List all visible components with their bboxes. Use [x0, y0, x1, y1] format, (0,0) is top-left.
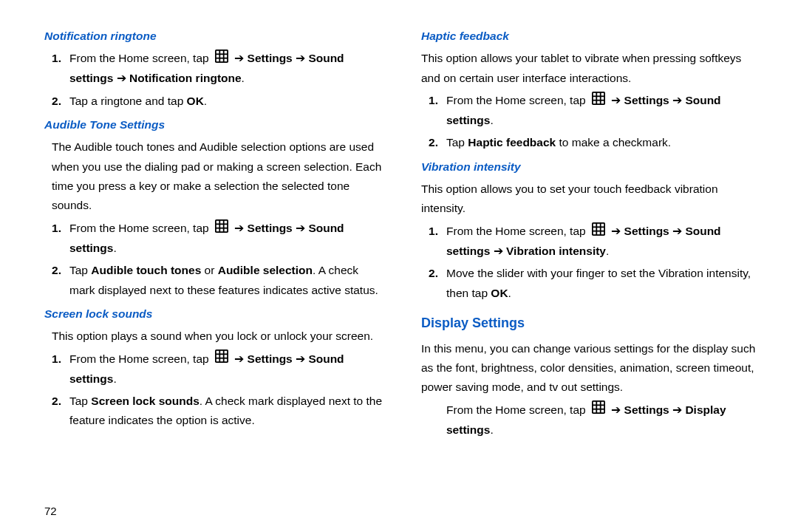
heading-screen-lock: Screen lock sounds — [44, 304, 384, 324]
page-number: 72 — [44, 505, 57, 517]
step: From the Home screen, tap ➔ Settings ➔ S… — [52, 49, 384, 88]
intro-vibration: This option allows you to set your touch… — [421, 180, 761, 219]
left-column: Notification ringtone From the Home scre… — [44, 22, 384, 517]
steps-haptic: From the Home screen, tap ➔ Settings ➔ S… — [429, 91, 761, 153]
intro-display: In this menu, you can change various set… — [421, 339, 761, 398]
apps-grid-icon — [215, 219, 228, 239]
step-display: From the Home screen, tap ➔ Settings ➔ D… — [446, 400, 761, 440]
step: Move the slider with your finger to set … — [429, 264, 761, 303]
step: Tap Haptic feedback to make a checkmark. — [429, 133, 761, 152]
step: From the Home screen, tap ➔ Settings ➔ S… — [52, 219, 384, 258]
apps-grid-icon — [592, 400, 605, 420]
step: Tap Screen lock sounds. A check mark dis… — [52, 392, 384, 431]
step: From the Home screen, tap ➔ Settings ➔ S… — [429, 222, 761, 261]
apps-grid-icon — [215, 50, 228, 69]
steps-vibration: From the Home screen, tap ➔ Settings ➔ S… — [429, 222, 761, 303]
apps-grid-icon — [592, 92, 605, 111]
heading-audible-tone: Audible Tone Settings — [44, 115, 384, 134]
step: From the Home screen, tap ➔ Settings ➔ S… — [52, 349, 384, 389]
heading-display-settings: Display Settings — [421, 312, 761, 335]
step: Tap a ringtone and tap OK. — [52, 92, 384, 111]
heading-haptic: Haptic feedback — [421, 27, 761, 46]
steps-notification-ringtone: From the Home screen, tap ➔ Settings ➔ S… — [52, 49, 384, 111]
intro-haptic: This option allows your tablet to vibrat… — [421, 49, 761, 88]
steps-screen-lock: From the Home screen, tap ➔ Settings ➔ S… — [52, 349, 384, 431]
heading-notification-ringtone: Notification ringtone — [44, 27, 384, 46]
intro-screen-lock: This option plays a sound when you lock … — [52, 327, 384, 346]
step: From the Home screen, tap ➔ Settings ➔ S… — [429, 91, 761, 130]
right-column: Haptic feedback This option allows your … — [421, 22, 761, 517]
intro-audible-tone: The Audible touch tones and Audible sele… — [52, 137, 384, 215]
step: Tap Audible touch tones or Audible selec… — [52, 261, 384, 300]
apps-grid-icon — [215, 349, 228, 369]
steps-audible-tone: From the Home screen, tap ➔ Settings ➔ S… — [52, 219, 384, 300]
heading-vibration: Vibration intensity — [421, 157, 761, 177]
apps-grid-icon — [592, 222, 605, 242]
